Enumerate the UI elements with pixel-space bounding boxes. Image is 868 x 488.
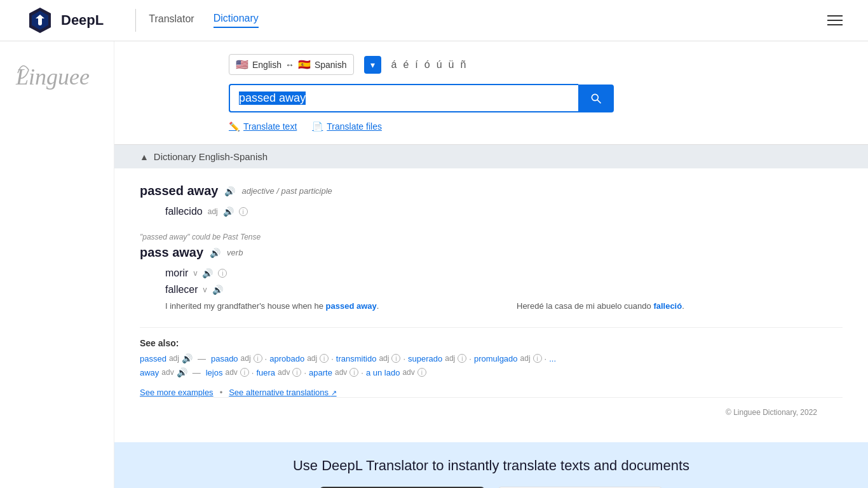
deepl-logo-icon	[25, 6, 55, 35]
svg-text:Linguee: Linguee	[15, 64, 90, 90]
entry-pos-2: verb	[227, 248, 243, 257]
info-a-un-lado[interactable]: i	[417, 368, 426, 377]
special-char-e[interactable]: é	[403, 59, 409, 71]
entry-header-1: passed away 🔊 adjective / past participl…	[140, 184, 843, 198]
audio-button-fallecer[interactable]: 🔊	[212, 285, 223, 295]
see-also-pasado[interactable]: pasado	[211, 354, 238, 363]
content-area: Linguee 🇺🇸 English ↔ 🇪🇸 Spanish ▾ á	[0, 41, 868, 488]
special-char-o[interactable]: ó	[424, 59, 430, 71]
flag-spanish: 🇪🇸	[298, 58, 311, 71]
audio-button-2[interactable]: 🔊	[210, 248, 220, 258]
svg-point-2	[38, 22, 42, 25]
see-also-aparte[interactable]: aparte	[309, 368, 332, 377]
info-transmitido[interactable]: i	[391, 354, 400, 363]
dict-footer: See more examples • See alternative tran…	[140, 388, 843, 397]
see-also-row-away: away adv 🔊 — lejos adv i · fuera adv i	[140, 367, 843, 377]
see-also-word-away[interactable]: away	[140, 368, 159, 377]
translation-morir: morir v 🔊 i	[165, 268, 843, 279]
see-more-examples-link[interactable]: See more examples	[140, 388, 214, 397]
chevron-up-icon: ▲	[140, 152, 149, 162]
search-button[interactable]	[578, 85, 614, 112]
info-superado[interactable]: i	[458, 354, 466, 363]
hamburger-line1	[827, 15, 843, 17]
trans-pos-fallecido: adj	[208, 207, 218, 216]
tab-translator[interactable]: Translator	[149, 13, 194, 27]
see-also-superado[interactable]: superado	[408, 354, 442, 363]
trans-pos-morir: v	[193, 269, 197, 278]
audio-away[interactable]: 🔊	[177, 367, 187, 377]
audio-button-1[interactable]: 🔊	[224, 186, 235, 196]
copyright: © Linguee Dictionary, 2022	[140, 397, 843, 427]
special-char-i[interactable]: í	[415, 59, 417, 71]
language-selector[interactable]: 🇺🇸 English ↔ 🇪🇸 Spanish	[229, 54, 354, 75]
info-pasado[interactable]: i	[254, 354, 262, 363]
trans-word-morir: morir	[165, 268, 188, 279]
header-divider	[135, 9, 136, 32]
hamburger-line3	[827, 24, 843, 25]
see-also-section: See also: passed adj 🔊 — pasado adj i · …	[140, 327, 843, 377]
language-selector-row: 🇺🇸 English ↔ 🇪🇸 Spanish ▾ á é í ó ú ü ñ	[229, 54, 843, 75]
logo-area: DeepL	[25, 6, 104, 35]
trans-pos-fallecer: v	[203, 285, 207, 294]
see-also-promulgado[interactable]: promulgado	[474, 354, 518, 363]
dictionary-results: passed away 🔊 adjective / past participl…	[114, 168, 868, 442]
special-char-n[interactable]: ñ	[461, 59, 466, 71]
example-block: I inherited my grandfather's house when …	[165, 301, 843, 312]
trans-word-fallecer: fallecer	[165, 284, 198, 295]
entry-word-1: passed away	[140, 184, 218, 198]
translation-fallecido: fallecido adj 🔊 i	[165, 206, 843, 217]
pencil-icon: ✏️	[229, 121, 240, 132]
translate-files-link[interactable]: 📄 Translate files	[312, 121, 382, 132]
search-icon	[590, 92, 602, 105]
entry-pass-away: pass away 🔊 verb morir v 🔊 i fallecer v …	[140, 245, 843, 312]
see-also-lejos[interactable]: lejos	[206, 368, 223, 377]
audio-button-morir[interactable]: 🔊	[202, 268, 213, 278]
info-icon-fallecido[interactable]: i	[239, 207, 248, 216]
see-also-title: See also:	[140, 338, 843, 348]
search-input[interactable]	[229, 84, 578, 112]
hamburger-line2	[827, 20, 843, 21]
entry-note-2: "passed away" could be Past Tense	[140, 233, 843, 241]
info-icon-morir[interactable]: i	[218, 269, 227, 278]
entry-passed-away: passed away 🔊 adjective / past participl…	[140, 184, 843, 217]
sidebar: Linguee	[0, 41, 114, 488]
brand-name: DeepL	[61, 12, 104, 29]
translate-text-link[interactable]: ✏️ Translate text	[229, 121, 297, 132]
entry-word-2: pass away	[140, 245, 203, 260]
special-char-u-umlaut[interactable]: ü	[449, 59, 454, 71]
audio-passed[interactable]: 🔊	[182, 353, 193, 363]
example-es: Heredé la casa de mi abuelo cuando falle…	[517, 301, 843, 312]
svg-point-4	[592, 94, 598, 100]
language-dropdown-button[interactable]: ▾	[364, 56, 381, 74]
dictionary-header[interactable]: ▲ Dictionary English-Spanish	[114, 145, 868, 168]
see-also-transmitido[interactable]: transmitido	[336, 354, 377, 363]
see-alternative-translations-link[interactable]: See alternative translations ↗	[229, 388, 336, 397]
search-input-row	[229, 84, 843, 112]
trans-word-fallecido: fallecido	[165, 206, 203, 217]
special-char-u[interactable]: ú	[437, 59, 442, 71]
hamburger-menu[interactable]	[827, 15, 843, 25]
see-also-a-un-lado[interactable]: a un lado	[366, 368, 400, 377]
tab-dictionary[interactable]: Dictionary	[214, 13, 259, 28]
main-content: 🇺🇸 English ↔ 🇪🇸 Spanish ▾ á é í ó ú ü ñ	[114, 41, 868, 488]
see-also-fuera[interactable]: fuera	[256, 368, 275, 377]
see-also-word-passed[interactable]: passed	[140, 354, 166, 363]
header: DeepL Translator Dictionary	[0, 0, 868, 41]
audio-button-fallecido[interactable]: 🔊	[223, 207, 234, 217]
info-aprobado[interactable]: i	[320, 354, 329, 363]
lang-from-label: English	[252, 60, 281, 70]
dictionary-header-label: Dictionary English-Spanish	[154, 151, 268, 162]
translation-fallecer: fallecer v 🔊	[165, 284, 843, 295]
see-also-more-passed[interactable]: ...	[549, 354, 556, 363]
info-fuera[interactable]: i	[292, 368, 301, 377]
info-lejos[interactable]: i	[240, 368, 249, 377]
info-promulgado[interactable]: i	[533, 354, 542, 363]
see-also-row-passed: passed adj 🔊 — pasado adj i · aprobado a…	[140, 353, 843, 363]
see-also-pos-passed: adj	[169, 354, 179, 363]
promo-title: Use DeepL Translator to instantly transl…	[140, 458, 843, 474]
flag-english: 🇺🇸	[236, 58, 248, 71]
special-char-a[interactable]: á	[391, 59, 397, 71]
see-also-aprobado[interactable]: aprobado	[269, 354, 304, 363]
info-aparte[interactable]: i	[349, 368, 358, 377]
lang-to-label: Spanish	[315, 60, 347, 70]
